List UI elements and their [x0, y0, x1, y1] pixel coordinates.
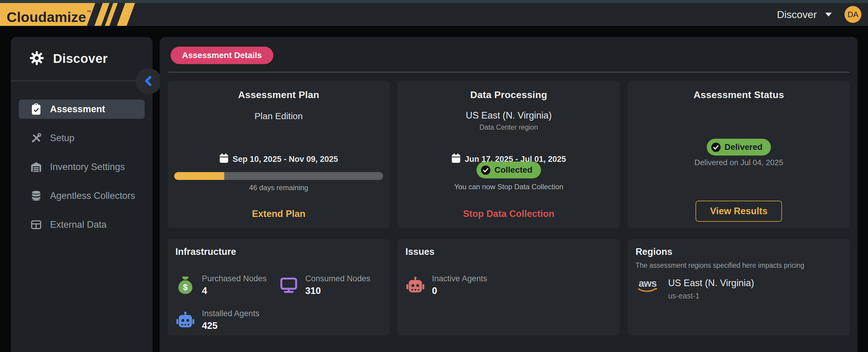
data-processing-card: Data Processing US East (N. Virginia) Da…: [398, 81, 620, 228]
plan-progress-bar: [174, 172, 383, 180]
delivered-on-text: Delivered on Jul 04, 2025: [628, 158, 850, 167]
calendar-icon: [219, 153, 228, 165]
stat-purchased-nodes: $ Purchased Nodes 4: [176, 274, 279, 296]
status-label: Delivered: [724, 142, 763, 152]
sidebar-item-label: External Data: [50, 219, 107, 230]
issues-stats: Inactive Agents 0: [405, 274, 612, 296]
stat-value: 4: [202, 285, 267, 296]
status-label: Collected: [494, 165, 532, 175]
stat-label: Installed Agents: [202, 309, 259, 318]
collection-note: You can now Stop Data Collection: [398, 183, 620, 191]
date-range-text: Sep 10, 2025 - Nov 09, 2025: [233, 155, 338, 164]
delivered-status-badge: Delivered: [707, 139, 771, 155]
sidebar-item-assessment[interactable]: Assessment: [19, 100, 145, 119]
sidebar-menu: Assessment Setup: [11, 100, 153, 234]
sidebar-item-label: Setup: [50, 133, 74, 143]
delivered-status-row: Delivered: [628, 139, 850, 155]
avatar-initials: DA: [847, 10, 858, 19]
regions-card: Regions The assessment regions specified…: [628, 239, 850, 336]
plan-edition: Plan Edition: [167, 111, 390, 121]
assessment-plan-card: Assessment Plan Plan Edition Sep 10, 202…: [167, 81, 390, 228]
card-title: Regions: [636, 246, 673, 257]
top-accent-strip: [0, 0, 868, 3]
regions-subtitle: The assessment regions specified here im…: [636, 261, 804, 270]
region-name: US East (N. Virginia): [668, 278, 754, 288]
sidebar-item-agentless-collectors[interactable]: Agentless Collectors: [19, 186, 145, 206]
sidebar-item-label: Assessment: [50, 104, 105, 115]
chevron-down-icon: [825, 13, 832, 16]
check-circle-icon: [711, 143, 721, 152]
sidebar-item-setup[interactable]: Setup: [19, 129, 145, 148]
table-icon: [30, 220, 42, 229]
chevron-left-icon: [143, 75, 154, 87]
top-bar: Cloudamize™ Discover DA: [0, 3, 868, 26]
region-code: us-east-1: [668, 291, 754, 300]
summary-cards-row: Infrastructure $ Purchased Nodes: [167, 239, 850, 336]
gear-icon: [30, 51, 44, 67]
product-switcher-dropdown[interactable]: Discover: [777, 9, 832, 21]
brand-name: Cloudamize™: [0, 1, 91, 29]
sidebar-header: Discover: [11, 37, 153, 67]
sidebar-item-external-data[interactable]: External Data: [19, 215, 145, 234]
aws-logo-text: aws: [639, 279, 656, 288]
status-cards-row: Assessment Plan Plan Edition Sep 10, 202…: [167, 81, 850, 228]
monitor-icon: [279, 276, 299, 294]
panel-divider: [168, 72, 849, 72]
card-title: Infrastructure: [176, 246, 236, 257]
card-title: Data Processing: [398, 90, 620, 101]
region-list-item: aws US East (N. Virginia) us-east-1: [636, 278, 754, 300]
plan-progress-fill: [174, 172, 224, 180]
topbar-right-cluster: Discover DA: [777, 6, 868, 23]
collected-status-badge: Collected: [476, 162, 541, 178]
sidebar-collapse-button[interactable]: [135, 68, 161, 94]
infrastructure-card: Infrastructure $ Purchased Nodes: [167, 239, 390, 336]
days-remaining: 46 days remaining: [167, 183, 390, 192]
screwdriver-wrench-icon: [30, 133, 42, 143]
stat-value: 425: [202, 320, 259, 331]
main-panel: Assessment Details Assessment Plan Plan …: [160, 37, 858, 352]
sidebar: Discover Assessment: [11, 37, 153, 352]
stat-value: 310: [305, 285, 370, 296]
sidebar-item-inventory-settings[interactable]: Inventory Settings: [19, 157, 145, 177]
assessment-status-card: Assessment Status Delivered Delivered on…: [628, 81, 850, 228]
card-title: Assessment Plan: [167, 90, 390, 101]
product-switcher-label: Discover: [777, 9, 817, 21]
app: Cloudamize™ Discover DA: [0, 0, 868, 352]
stat-label: Purchased Nodes: [202, 274, 267, 283]
view-results-button[interactable]: View Results: [695, 201, 782, 222]
plan-date-range: Sep 10, 2025 - Nov 09, 2025: [167, 153, 390, 165]
card-title: Assessment Status: [628, 90, 850, 101]
issues-card: Issues: [398, 239, 620, 336]
stat-installed-agents: Installed Agents 425: [176, 309, 279, 331]
avatar[interactable]: DA: [844, 6, 861, 23]
stat-label: Consumed Nodes: [305, 274, 370, 283]
warehouse-icon: [30, 162, 42, 172]
collected-status-row: Collected: [398, 162, 620, 178]
sidebar-divider: [11, 81, 153, 81]
stat-consumed-nodes: Consumed Nodes 310: [279, 274, 382, 296]
processing-region-caption: Data Center region: [398, 124, 620, 132]
aws-logo-icon: aws: [636, 279, 660, 293]
robot-icon: [176, 311, 195, 329]
stat-label: Inactive Agents: [432, 274, 487, 283]
sidebar-title: Discover: [53, 51, 107, 66]
infrastructure-stats: $ Purchased Nodes 4: [176, 274, 382, 331]
sidebar-item-label: Agentless Collectors: [50, 190, 135, 201]
extend-plan-link[interactable]: Extend Plan: [167, 209, 390, 219]
check-circle-icon: [481, 166, 490, 175]
svg-text:$: $: [183, 282, 187, 292]
brand-trademark: ™: [87, 9, 91, 14]
robot-icon: [405, 276, 425, 294]
money-bag-icon: $: [176, 276, 195, 294]
card-title: Issues: [405, 246, 435, 257]
database-icon: [30, 190, 42, 201]
assessment-details-badge: Assessment Details: [170, 47, 273, 64]
stat-value: 0: [432, 285, 487, 296]
sidebar-item-label: Inventory Settings: [50, 162, 125, 172]
stop-data-collection-link[interactable]: Stop Data Collection: [398, 209, 620, 219]
brand-logo: Cloudamize™: [0, 3, 142, 26]
clipboard-check-icon: [30, 103, 42, 115]
processing-region: US East (N. Virginia): [398, 110, 620, 121]
stat-inactive-agents: Inactive Agents 0: [405, 274, 509, 296]
